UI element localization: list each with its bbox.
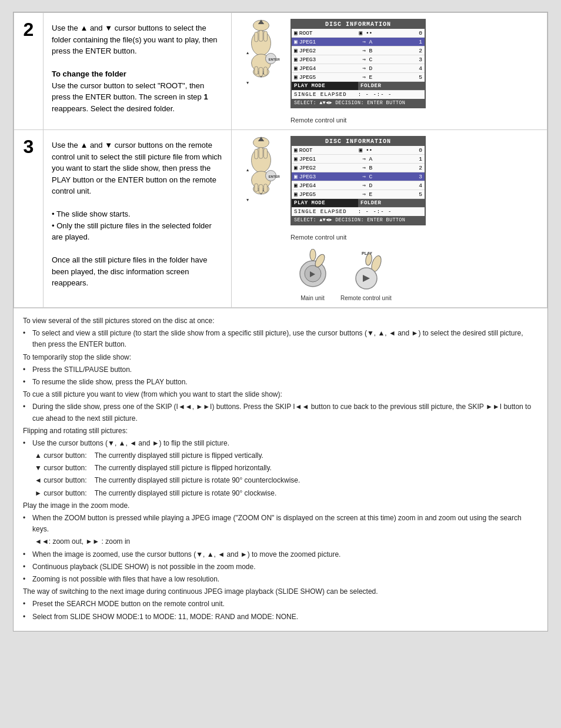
step-3-para2: Once all the still picture files in the … [52, 254, 223, 289]
note-cursor-rows: ▲ cursor button: The currently displayed… [23, 450, 538, 499]
bullet-sym-11: • [23, 611, 32, 623]
note-bullet-5-text: Use the cursor buttons (▼, ▲, ◄ and ►) t… [32, 438, 229, 449]
svg-rect-21 [264, 148, 268, 158]
bullet-sym-9: • [23, 574, 32, 585]
disc-row-jpeg5-3: ▣JPEG5 ⇒ E 5 [292, 190, 425, 199]
svg-rect-10 [255, 67, 258, 75]
disc-row-jpeg5-2: ▣JPEG5 ⇒ E 5 [292, 73, 425, 82]
play-mode-label-3: PLAY MODE [292, 199, 358, 207]
remote-label-3: Remote control unit [290, 234, 426, 241]
disc-row-jpeg1-3: ▣JPEG1 ⇒ A 1 [292, 155, 425, 164]
bullet-sym-8: • [23, 561, 32, 573]
svg-text:▲: ▲ [246, 168, 250, 172]
note-bullet-1-text: To select and view a still picture (to s… [32, 328, 538, 350]
disc-info-select-3: SELECT: ▲▼◄► DECISION: ENTER BUTTON [292, 216, 425, 224]
note-bullet-4-text: During the slide show, press one of the … [32, 401, 538, 424]
note-line-6: The way of switching to the next image d… [23, 586, 538, 597]
svg-text:▼: ▼ [246, 198, 250, 202]
remote-unit-svg: PLAY [344, 249, 388, 293]
svg-rect-27 [259, 185, 263, 194]
disc-row-jpeg4-3: ▣JPEG4 ⇒ D 4 [292, 181, 425, 190]
svg-rect-5 [264, 31, 268, 41]
bullet-sym-2: • [23, 364, 32, 375]
step-3-image-row: ▲ ▼ ENTER [238, 136, 541, 301]
note-zoom-keys: ◄◄: zoom out, ►► : zoom in [23, 536, 538, 547]
disc-row-jpeg3-2: ▣JPEG3 ⇒ C 3 [292, 55, 425, 64]
step-2-para1: Use the ▲ and ▼ cursor buttons to select… [52, 22, 223, 57]
svg-rect-12 [264, 67, 268, 75]
disc-row-jpeg3-3: ▣JPEG3 ⇒ C 3 [292, 172, 425, 181]
note-bullet-3-text: To resume the slide show, press the PLAY… [32, 377, 188, 388]
note-bullet-6-text: When the ZOOM button is pressed while pl… [32, 513, 538, 535]
cursor-row-right: ► cursor button: The currently displayed… [35, 488, 538, 499]
step-3-number: 3 [14, 130, 44, 308]
disc-row-root-2: ▣ROOT ▣ •• 0 [292, 29, 425, 38]
note-bullet-8: • Continuous playback (SLIDE SHOW) is no… [23, 561, 538, 573]
note-bullet-11-text: Select from SLIDE SHOW MODE:1 to MODE: 1… [32, 611, 298, 623]
hand-remote-svg: ▲ ▼ ENTER [238, 19, 285, 89]
step-3-bullet2: • Only the still picture files in the se… [52, 220, 223, 243]
bullet-sym-7: • [23, 549, 32, 560]
note-bullet-3: • To resume the slide show, press the PL… [23, 377, 538, 388]
step-3-disc-info: DISC INFORMATION ▣ROOT ▣ •• 0 ▣JPEG1 ⇒ A… [290, 136, 426, 225]
steps-table: 2 Use the ▲ and ▼ cursor buttons to sele… [14, 12, 547, 308]
note-line-4: Flipping and rotating still pictures: [23, 426, 538, 437]
disc-info-header-3: DISC INFORMATION [292, 137, 425, 146]
step-2-hand-remote: ▲ ▼ ENTER [238, 19, 285, 91]
svg-rect-20 [259, 148, 263, 159]
svg-text:▲: ▲ [246, 51, 250, 55]
cursor-row-left: ◄ cursor button: The currently displayed… [35, 475, 538, 486]
disc-row-jpeg4-2: ▣JPEG4 ⇒ D 4 [292, 64, 425, 73]
svg-text:▼: ▼ [246, 81, 250, 85]
note-bullet-5: • Use the cursor buttons (▼, ▲, ◄ and ►)… [23, 438, 538, 449]
remote-unit-diagram: PLAY Remote control unit [340, 249, 392, 301]
disc-info-select-2: SELECT: ▲▼◄► DECISION: ENTER BUTTON [292, 99, 425, 107]
svg-rect-19 [255, 149, 258, 159]
disc-info-mode-row-2: PLAY MODE FOLDER [292, 82, 425, 91]
svg-rect-28 [264, 184, 268, 192]
disc-info-mode-row-3: PLAY MODE FOLDER [292, 199, 425, 208]
note-bullet-7-text: When the image is zoomed, use the cursor… [32, 549, 340, 560]
disc-info-elapsed-2: SINGLE ELAPSED : - -:- - [292, 91, 425, 99]
main-unit-diagram: Main unit [290, 249, 335, 301]
svg-text:ENTER: ENTER [269, 58, 280, 61]
unit-diagrams-row: Main unit PLAY [290, 249, 426, 301]
step-3-bullet1: • The slide show starts. [52, 208, 223, 220]
svg-rect-4 [259, 31, 263, 42]
note-bullet-10: • Preset the SEARCH MODE button on the r… [23, 599, 538, 610]
folder-label-2: FOLDER [358, 82, 425, 90]
disc-row-jpeg2-2: ▣JPEG2 ⇒ B 2 [292, 46, 425, 55]
svg-rect-3 [255, 32, 258, 42]
note-bullet-6: • When the ZOOM button is pressed while … [23, 513, 538, 535]
step-2-image-row: ▲ ▼ ENTER [238, 19, 541, 124]
cursor-row-down: ▼ cursor button: The currently displayed… [35, 463, 538, 474]
note-bullet-2: • Press the STILL/PAUSE button. [23, 364, 538, 375]
hand-remote-svg-3: ▲ ▼ ENTER [238, 136, 285, 207]
folder-label-3: FOLDER [358, 199, 425, 207]
main-page: 2 Use the ▲ and ▼ cursor buttons to sele… [13, 12, 548, 631]
disc-info-header-2: DISC INFORMATION [292, 20, 425, 29]
bullet-sym-5: • [23, 438, 32, 449]
step-2-image-cell: ▲ ▼ ENTER [232, 13, 547, 130]
disc-row-root-3: ▣ROOT ▣ •• 0 [292, 146, 425, 155]
step-3-para1: Use the ▲ and ▼ cursor buttons on the re… [52, 139, 223, 197]
svg-point-36 [310, 249, 316, 261]
note-bullet-7: • When the image is zoomed, use the curs… [23, 549, 538, 560]
step-3-row: 3 Use the ▲ and ▼ cursor buttons on the … [14, 130, 547, 308]
disc-row-jpeg1-2: ▣JPEG1 ⇒ A 1 [292, 38, 425, 46]
svg-rect-26 [255, 184, 258, 192]
step-3-text: Use the ▲ and ▼ cursor buttons on the re… [44, 130, 232, 308]
step-2-row: 2 Use the ▲ and ▼ cursor buttons to sele… [14, 13, 547, 130]
and-text: and [237, 613, 249, 621]
zoom-keys-text: ◄◄: zoom out, ►► : zoom in [35, 536, 538, 547]
note-bullet-1: • To select and view a still picture (to… [23, 328, 538, 350]
note-bullet-11: • Select from SLIDE SHOW MODE:1 to MODE:… [23, 611, 538, 623]
bullet-sym-6: • [23, 513, 32, 535]
step-2-para2: Use the cursor button to select "ROOT", … [52, 80, 223, 115]
step-3-hand-remote: ▲ ▼ ENTER [238, 136, 285, 208]
svg-rect-11 [259, 68, 263, 77]
step-2-bold-heading: To change the folder [52, 68, 223, 80]
step-2-text: Use the ▲ and ▼ cursor buttons to select… [44, 13, 232, 130]
remote-label-2: Remote control unit [290, 117, 426, 124]
bullet-sym-1: • [23, 328, 32, 350]
